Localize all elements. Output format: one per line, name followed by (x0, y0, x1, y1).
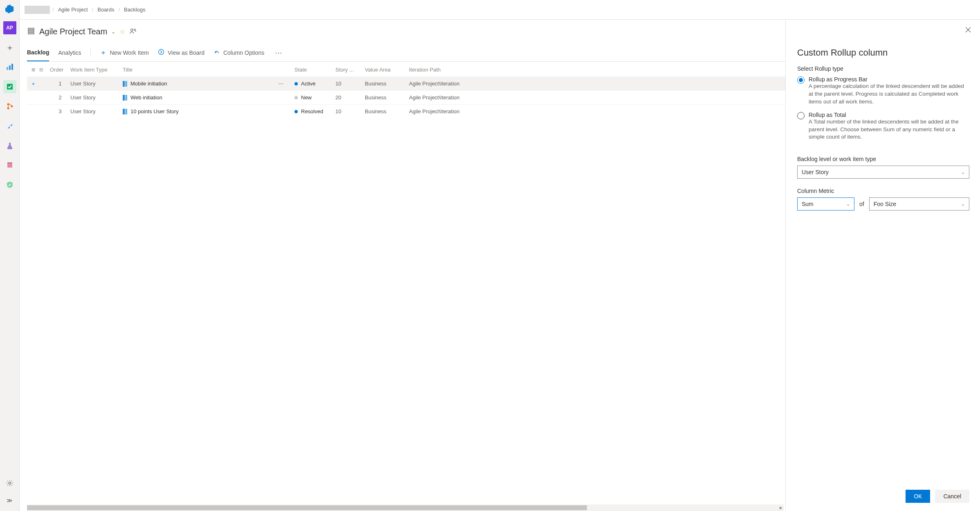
table-row[interactable]: ＋3User Story10 points User Story⋯Resolve… (27, 104, 785, 118)
expand-all-icon[interactable]: ⊞ (27, 67, 39, 72)
board-arrow-icon (158, 49, 164, 56)
people-icon[interactable] (129, 27, 137, 36)
svg-rect-7 (7, 164, 12, 168)
ok-button[interactable]: OK (906, 490, 930, 503)
svg-point-16 (215, 52, 216, 52)
user-story-icon (123, 81, 127, 87)
svg-point-5 (7, 108, 9, 110)
backlog-level-select[interactable]: User Story ⌄ (797, 166, 969, 179)
horizontal-scrollbar[interactable]: ▶ (27, 504, 784, 511)
breadcrumb-backlogs[interactable]: Backlogs (124, 7, 146, 13)
tab-analytics[interactable]: Analytics (58, 44, 81, 61)
col-title[interactable]: Title (123, 67, 278, 73)
svg-point-15 (159, 49, 164, 55)
radio-button-unselected[interactable] (797, 112, 805, 119)
cancel-button[interactable]: Cancel (935, 490, 969, 503)
nav-artifacts[interactable] (3, 159, 16, 172)
plus-icon: ＋ (100, 48, 107, 57)
radio-total[interactable]: Rollup as Total A Total number of the li… (797, 112, 969, 141)
left-rail: AP ＋ ≫ (0, 0, 20, 511)
new-work-item-button[interactable]: ＋New Work Item (100, 48, 149, 57)
tab-backlog[interactable]: Backlog (27, 44, 49, 61)
column-options-button[interactable]: Column Options (214, 49, 264, 56)
scrollbar-thumb[interactable] (27, 505, 587, 510)
team-header: Agile Project Team ⌄ ☆ (27, 27, 785, 36)
svg-point-13 (131, 29, 133, 31)
svg-point-9 (9, 482, 11, 484)
col-order[interactable]: Order (50, 67, 70, 73)
nav-testplans[interactable] (3, 139, 16, 152)
svg-rect-11 (28, 31, 34, 32)
breadcrumb: / Agile Project / Boards / Backlogs (52, 7, 146, 13)
scroll-right-icon[interactable]: ▶ (778, 504, 784, 511)
breadcrumb-boards[interactable]: Boards (97, 7, 114, 13)
azure-devops-logo[interactable] (3, 2, 16, 16)
close-panel-button[interactable] (965, 27, 971, 34)
settings-icon[interactable] (3, 477, 16, 490)
chevron-down-icon: ⌄ (961, 202, 965, 207)
custom-rollup-panel: Custom Rollup column Select Rollup type … (785, 20, 980, 511)
org-placeholder[interactable] (25, 6, 50, 14)
svg-rect-8 (7, 162, 12, 164)
topbar: / Agile Project / Boards / Backlogs (20, 0, 980, 20)
chevron-down-icon: ⌄ (846, 202, 850, 207)
nav-pipelines[interactable] (3, 119, 16, 132)
user-story-icon (123, 109, 127, 114)
nav-dashboards[interactable] (3, 61, 16, 74)
view-as-board-button[interactable]: View as Board (158, 49, 205, 56)
col-story[interactable]: Story ... (335, 67, 365, 73)
chevron-down-icon: ⌄ (961, 170, 965, 175)
collapse-all-icon[interactable]: ⊟ (39, 67, 50, 72)
user-story-icon (123, 95, 127, 101)
add-icon[interactable]: ＋ (3, 41, 16, 54)
svg-point-4 (7, 103, 9, 105)
col-iter[interactable]: Iteration Path (409, 67, 491, 73)
table-row[interactable]: ＋2User StoryWeb initiation⋯New20Business… (27, 90, 785, 104)
column-options-icon (214, 49, 220, 56)
team-chevron-icon[interactable]: ⌄ (111, 29, 115, 35)
svg-point-14 (134, 29, 135, 30)
breadcrumb-project[interactable]: Agile Project (58, 7, 88, 13)
svg-rect-2 (11, 64, 13, 70)
tab-bar: Backlog Analytics ＋New Work Item View as… (27, 44, 785, 62)
project-avatar[interactable]: AP (3, 21, 16, 34)
svg-rect-3 (7, 84, 13, 90)
table-row[interactable]: ＋1User StoryMobile initiation⋯Active10Bu… (27, 76, 785, 90)
add-child-icon[interactable]: ＋ (27, 80, 39, 87)
radio-progress-bar[interactable]: Rollup as Progress Bar A percentage calc… (797, 76, 969, 106)
backlog-level-label: Backlog level or work item type (797, 156, 969, 162)
more-actions-button[interactable]: ⋯ (273, 48, 285, 57)
nav-repos[interactable] (3, 100, 16, 113)
favorite-icon[interactable]: ☆ (119, 28, 125, 36)
svg-rect-10 (28, 28, 34, 29)
metric-field-select[interactable]: Foo Size ⌄ (869, 197, 969, 211)
team-name[interactable]: Agile Project Team (39, 27, 107, 36)
radio-button-selected[interactable] (797, 76, 805, 84)
svg-rect-12 (28, 33, 34, 34)
svg-rect-0 (7, 67, 8, 70)
nav-boards[interactable] (3, 80, 16, 93)
expand-rail-icon[interactable]: ≫ (3, 494, 16, 507)
row-actions-icon[interactable]: ⋯ (278, 81, 294, 87)
nav-compliance[interactable] (3, 178, 16, 191)
col-wit[interactable]: Work Item Type (70, 67, 123, 73)
col-value[interactable]: Value Area (365, 67, 409, 73)
backlog-icon (27, 27, 35, 36)
svg-rect-1 (9, 65, 11, 70)
column-metric-label: Column Metric (797, 188, 969, 194)
metric-function-select[interactable]: Sum ⌄ (797, 197, 854, 211)
panel-title: Custom Rollup column (797, 47, 969, 58)
grid-header: ⊞ ⊟ Order Work Item Type Title State Sto… (27, 63, 785, 76)
col-state[interactable]: State (294, 67, 335, 73)
rollup-type-label: Select Rollup type (797, 65, 969, 72)
